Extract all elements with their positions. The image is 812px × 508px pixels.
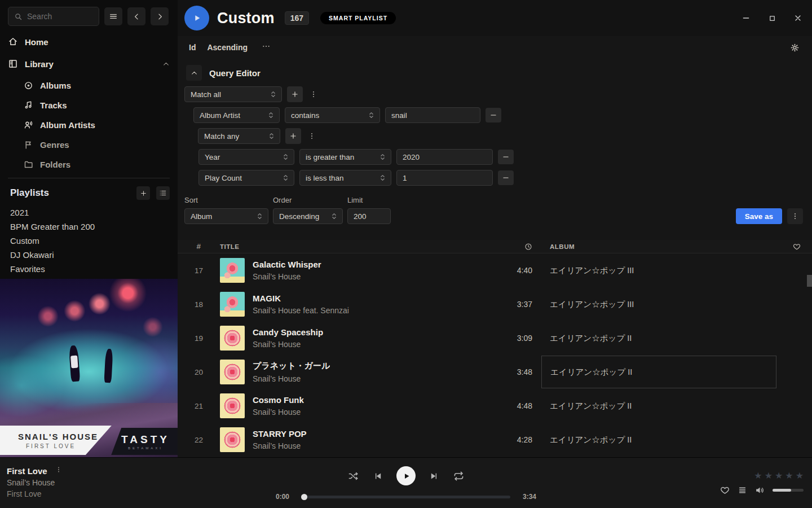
- skip-next-icon: [430, 471, 439, 481]
- track-row[interactable]: 18 MAGIK Snail’s House feat. Sennzai 3:3…: [178, 287, 812, 321]
- rule-field-select[interactable]: Play Count: [198, 170, 294, 186]
- window-maximize-button[interactable]: [767, 13, 777, 23]
- track-album[interactable]: エイリアン☆ポップ II: [541, 435, 781, 445]
- repeat-button[interactable]: [453, 471, 464, 481]
- track-thumbnail: [220, 360, 245, 384]
- playlists-header: Playlists: [0, 178, 178, 200]
- group-options-button[interactable]: [308, 86, 319, 102]
- queue-button[interactable]: [738, 485, 747, 495]
- remove-rule-button[interactable]: [486, 108, 501, 122]
- now-playing-artist[interactable]: Snail’s House: [7, 478, 271, 487]
- rule-field-select[interactable]: Album Artist: [193, 107, 280, 123]
- sidebar-item-home[interactable]: Home: [8, 35, 170, 49]
- match-type-select[interactable]: Match all: [184, 86, 282, 102]
- rule-operator-select[interactable]: is greater than: [299, 149, 391, 165]
- rule-field-select[interactable]: Year: [198, 149, 294, 165]
- track-row[interactable]: 20 プラネット・ガール Snail’s House 3:48 エイリアン☆ポッ…: [178, 355, 812, 389]
- more-options-button[interactable]: [261, 42, 271, 53]
- settings-button[interactable]: [790, 43, 800, 52]
- play-playlist-button[interactable]: [184, 6, 209, 30]
- scrollbar-thumb[interactable]: [807, 275, 812, 287]
- column-header-duration[interactable]: [496, 243, 541, 251]
- sort-field-button[interactable]: Id: [189, 43, 196, 52]
- star-icon[interactable]: ★: [754, 471, 762, 480]
- volume-button[interactable]: [755, 485, 765, 495]
- play-pause-button[interactable]: [396, 466, 416, 485]
- window-minimize-button[interactable]: [741, 13, 751, 23]
- playlists-list: 2021 BPM Greater than 200 Custom DJ Okaw…: [0, 200, 178, 276]
- track-row[interactable]: 19 Candy Spaceship Snail’s House 3:09 エイ…: [178, 321, 812, 355]
- now-playing-album[interactable]: First Love: [7, 489, 271, 498]
- track-artist: Snail’s House: [253, 272, 321, 281]
- add-rule-button[interactable]: [287, 86, 303, 102]
- menu-button[interactable]: [104, 7, 122, 25]
- remove-rule-button[interactable]: [498, 150, 514, 164]
- match-type-select[interactable]: Match any: [198, 128, 280, 144]
- add-rule-button[interactable]: [285, 128, 301, 144]
- seek-handle[interactable]: [301, 494, 307, 500]
- now-playing-options-button[interactable]: [55, 466, 62, 476]
- sidebar-item-folders[interactable]: Folders: [24, 158, 170, 170]
- track-album[interactable]: エイリアン☆ポップ III: [541, 265, 781, 276]
- limit-input[interactable]: [354, 212, 385, 221]
- rating-stars[interactable]: ★ ★ ★ ★ ★: [754, 471, 804, 480]
- sidebar-item-library[interactable]: Library: [8, 57, 170, 71]
- sort-direction-button[interactable]: Ascending: [207, 43, 248, 52]
- next-track-button[interactable]: [430, 471, 439, 481]
- collapse-query-editor-button[interactable]: [186, 65, 202, 81]
- search-input[interactable]: [27, 12, 93, 21]
- sidebar-item-tracks[interactable]: Tracks: [24, 99, 170, 111]
- favorite-button[interactable]: [720, 485, 730, 495]
- column-header-title[interactable]: TITLE: [220, 243, 496, 250]
- window-close-button[interactable]: [793, 13, 803, 23]
- nav-back-button[interactable]: [127, 7, 145, 25]
- kebab-menu-icon: [308, 132, 316, 141]
- now-playing-title[interactable]: First Love: [7, 466, 47, 476]
- track-row[interactable]: 21 Cosmo Funk Snail’s House 4:48 エイリアン☆ポ…: [178, 389, 812, 423]
- sidebar-item-genres[interactable]: Genres: [24, 138, 170, 151]
- save-as-button[interactable]: Save as: [736, 208, 782, 224]
- track-album-focused[interactable]: エイリアン☆ポップ II: [541, 356, 776, 388]
- now-playing-info: First Love Snail’s House First Love: [0, 458, 271, 508]
- column-header-favorite[interactable]: [781, 243, 812, 251]
- order-select[interactable]: Descending: [273, 208, 343, 224]
- group-options-button[interactable]: [306, 128, 317, 144]
- column-header-index[interactable]: #: [178, 242, 220, 251]
- column-header-album[interactable]: ALBUM: [541, 243, 781, 250]
- track-album[interactable]: エイリアン☆ポップ II: [541, 333, 781, 344]
- sort-select[interactable]: Album: [184, 208, 268, 224]
- search-box[interactable]: [8, 7, 99, 26]
- star-icon[interactable]: ★: [785, 471, 793, 480]
- playlist-item[interactable]: Favorites: [10, 262, 170, 276]
- rule-operator-select[interactable]: contains: [285, 107, 380, 123]
- now-playing-album-art[interactable]: SNAIL'S HOUSE FIRST LOVE TASTY BETAMAXI: [0, 279, 178, 457]
- track-artist: Snail’s House: [253, 441, 307, 450]
- playlist-item[interactable]: 2021: [10, 205, 170, 220]
- rule-operator-select[interactable]: is less than: [299, 170, 391, 186]
- track-row[interactable]: 22 STARRY POP Snail’s House 4:28 エイリアン☆ポ…: [178, 423, 812, 457]
- sidebar-item-album-artists[interactable]: Album Artists: [24, 119, 170, 131]
- star-icon[interactable]: ★: [796, 471, 804, 480]
- save-options-button[interactable]: [787, 208, 803, 224]
- remove-rule-button[interactable]: [498, 170, 514, 185]
- track-album[interactable]: エイリアン☆ポップ II: [541, 401, 781, 411]
- track-row[interactable]: 17 Galactic Whisper Snail’s House 4:40 エ…: [178, 253, 812, 287]
- star-icon[interactable]: ★: [765, 471, 773, 480]
- add-playlist-button[interactable]: [136, 186, 150, 200]
- playlist-item[interactable]: DJ Okawari: [10, 248, 170, 262]
- playlist-item[interactable]: Custom: [10, 234, 170, 248]
- playlist-item[interactable]: BPM Greater than 200: [10, 220, 170, 234]
- seek-bar[interactable]: [302, 496, 510, 498]
- volume-slider[interactable]: [773, 489, 804, 492]
- shuffle-button[interactable]: [348, 471, 359, 481]
- rule-value-input[interactable]: [391, 111, 474, 120]
- sidebar-item-albums[interactable]: Albums: [24, 79, 170, 91]
- nav-forward-button[interactable]: [151, 7, 169, 25]
- track-album[interactable]: エイリアン☆ポップ III: [541, 299, 781, 310]
- chevron-up-icon[interactable]: [162, 60, 170, 68]
- rule-value-input[interactable]: [403, 174, 487, 182]
- playlist-list-options-button[interactable]: [156, 186, 170, 200]
- star-icon[interactable]: ★: [775, 471, 783, 480]
- previous-track-button[interactable]: [373, 471, 382, 481]
- rule-value-input[interactable]: [403, 153, 487, 161]
